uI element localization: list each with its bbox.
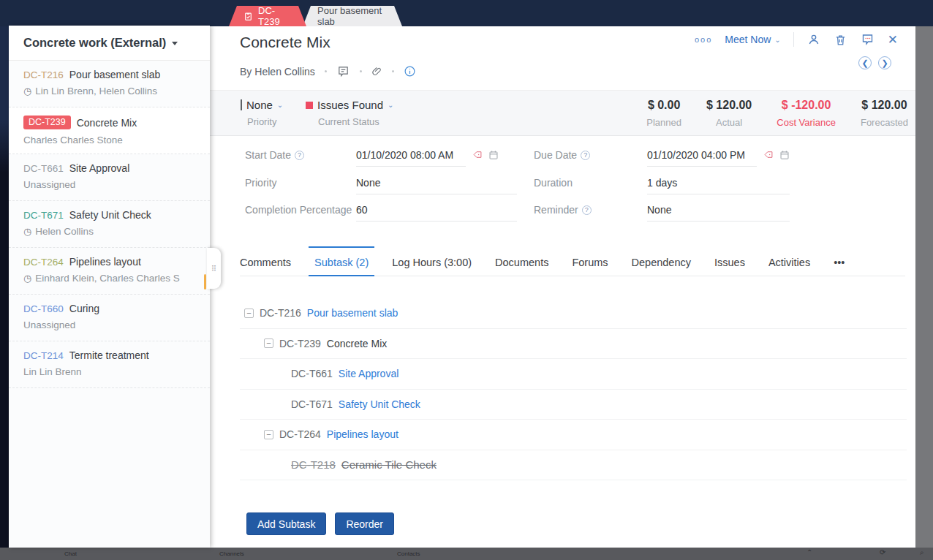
sidebar-task-dc-t216[interactable]: DC-T216 Pour basement slab ◷ Lin Lin Bre… bbox=[9, 61, 210, 107]
next-task-button[interactable]: ❯ bbox=[878, 56, 891, 69]
sidebar-task-dc-t264[interactable]: DC-T264 Pipelines layout ◷ Einhard Klein… bbox=[9, 248, 210, 295]
tab-issues[interactable]: Issues bbox=[703, 249, 757, 276]
tasklist-selector[interactable]: Concrete work (External) bbox=[9, 26, 210, 61]
chevron-right-icon: ❯ bbox=[881, 58, 888, 68]
collapse-icon[interactable]: − bbox=[244, 309, 254, 318]
meet-now-button[interactable]: Meet Now ⌄ bbox=[725, 34, 780, 45]
prev-task-button[interactable]: ❮ bbox=[858, 56, 872, 69]
parent-task-tab[interactable]: Pour basement slab bbox=[303, 6, 402, 26]
chevron-down-icon bbox=[172, 42, 178, 45]
clock-icon: ◷ bbox=[23, 273, 31, 284]
task-title: Site Approval bbox=[69, 162, 130, 174]
stat-value: $ 120.00 bbox=[706, 99, 752, 112]
field-label: Start Date bbox=[245, 149, 291, 161]
field-reminder: Reminder ? None bbox=[534, 198, 790, 226]
subtask-link[interactable]: Pour basement slab bbox=[307, 307, 398, 319]
sidebar-task-dc-t671[interactable]: DC-T671 Safety Unit Check ◷ Helen Collin… bbox=[9, 201, 210, 248]
tab-activities[interactable]: Activities bbox=[757, 249, 822, 276]
stat-label: Actual bbox=[716, 117, 742, 128]
task-assignees: Einhard Klein, Charles Charles S bbox=[35, 273, 179, 284]
info-icon[interactable] bbox=[404, 65, 416, 77]
subtask-row-dc-t239: − DC-T239 Concrete Mix bbox=[240, 329, 907, 360]
subtask-title: Concrete Mix bbox=[327, 338, 387, 349]
detail-tab-bar: Comments Subtask (2) Log Hours (3:00) Do… bbox=[240, 249, 905, 276]
subtask-link[interactable]: Site Approval bbox=[339, 368, 399, 379]
task-assignees: Helen Collins bbox=[35, 226, 94, 237]
tab-documents[interactable]: Documents bbox=[483, 249, 560, 276]
completion-percentage-value[interactable]: 60 bbox=[356, 204, 517, 222]
sidebar-task-dc-t661[interactable]: DC-T661 Site Approval Unassigned bbox=[9, 154, 210, 201]
calendar-icon[interactable] bbox=[488, 150, 499, 160]
status-dropdown[interactable]: Issues Found ⌄ Current Status bbox=[306, 99, 393, 127]
help-icon: ? bbox=[582, 205, 592, 215]
clipboard-icon bbox=[243, 12, 253, 21]
clear-date-icon[interactable] bbox=[472, 150, 483, 160]
parent-task-tab-label: Pour basement slab bbox=[317, 5, 388, 27]
calendar-icon[interactable] bbox=[779, 150, 790, 160]
panel-resize-handle[interactable]: ⠿ bbox=[207, 248, 221, 289]
author-name: Helen Collins bbox=[254, 66, 314, 77]
subtask-tree: − DC-T216 Pour basement slab − DC-T239 C… bbox=[240, 298, 907, 480]
subtask-id: DC-T218 bbox=[291, 458, 336, 471]
stat-label: Planned bbox=[646, 117, 681, 128]
reminder-value[interactable]: None bbox=[647, 204, 790, 222]
task-id-tab[interactable]: DC-T239 bbox=[229, 6, 306, 26]
subtask-id: DC-T216 bbox=[260, 307, 301, 319]
collapse-icon[interactable]: − bbox=[264, 430, 273, 439]
subtask-link[interactable]: Safety Unit Check bbox=[339, 398, 420, 410]
duration-value[interactable]: 1 days bbox=[647, 177, 790, 194]
attachment-icon[interactable] bbox=[371, 65, 382, 77]
dot-separator bbox=[392, 70, 394, 72]
status-strip: None ⌄ Priority Issues Found ⌄ Current S… bbox=[210, 90, 915, 136]
stat-value: $ 0.00 bbox=[648, 99, 680, 112]
priority-label: Priority bbox=[241, 116, 283, 127]
task-id: DC-T214 bbox=[23, 350, 64, 361]
priority-dropdown[interactable]: None ⌄ Priority bbox=[241, 99, 283, 127]
stat-planned: $ 0.00 Planned bbox=[646, 99, 681, 128]
add-subtask-button[interactable]: Add Subtask bbox=[246, 512, 326, 535]
dot-separator bbox=[360, 70, 362, 72]
start-date-value[interactable]: 01/10/2020 08:00 AM bbox=[356, 149, 466, 167]
task-title: Concrete Mix bbox=[77, 117, 137, 129]
comment-icon[interactable] bbox=[336, 65, 350, 77]
refresh-icon: ⟳ bbox=[880, 548, 885, 556]
dimmed-background-right bbox=[915, 26, 933, 548]
task-assignees: Charles Charles Stone bbox=[23, 135, 123, 145]
close-icon[interactable]: ✕ bbox=[888, 32, 898, 48]
subtask-title[interactable]: Ceramic Tile Check bbox=[341, 458, 437, 471]
field-due-date: Due Date ? 01/10/2020 04:00 PM bbox=[534, 143, 790, 171]
subtask-row-dc-t264: − DC-T264 Pipelines layout bbox=[240, 420, 907, 450]
more-options-icon[interactable]: ooo bbox=[695, 35, 712, 44]
tab-more-icon[interactable]: ••• bbox=[822, 249, 856, 276]
reorder-button[interactable]: Reorder bbox=[335, 512, 394, 535]
due-date-value[interactable]: 01/10/2020 04:00 PM bbox=[647, 149, 757, 167]
task-detail-panel: Concrete Mix ooo Meet Now ⌄ ✕ ByHelen Co… bbox=[210, 26, 915, 548]
chat-icon[interactable] bbox=[861, 32, 875, 47]
sidebar-task-dc-t239[interactable]: DC-T239 Concrete Mix Charles Charles Sto… bbox=[9, 107, 210, 154]
field-label: Duration bbox=[534, 177, 573, 189]
subtask-row-dc-t216: − DC-T216 Pour basement slab bbox=[240, 298, 907, 329]
stat-label: Forecasted bbox=[861, 117, 908, 128]
assignee-icon[interactable] bbox=[807, 32, 821, 47]
subtask-id: DC-T239 bbox=[279, 338, 321, 349]
tab-log-hours[interactable]: Log Hours (3:00) bbox=[380, 249, 483, 276]
collapse-icon[interactable]: − bbox=[264, 338, 273, 348]
sidebar-task-dc-t214[interactable]: DC-T214 Termite treatment Lin Lin Brenn bbox=[9, 341, 210, 388]
tab-subtask[interactable]: Subtask (2) bbox=[303, 249, 380, 276]
meet-now-label: Meet Now bbox=[725, 34, 771, 45]
subtask-row-dc-t661: DC-T661 Site Approval bbox=[240, 359, 907, 390]
tab-comments[interactable]: Comments bbox=[240, 249, 303, 276]
delete-icon[interactable] bbox=[834, 32, 848, 47]
taskbar-label-contacts: Contacts bbox=[397, 550, 420, 557]
dot-separator bbox=[325, 70, 327, 72]
sidebar-task-dc-t660[interactable]: DC-T660 Curing Unassigned bbox=[9, 295, 210, 341]
subtask-link[interactable]: Pipelines layout bbox=[327, 428, 398, 440]
tab-dependency[interactable]: Dependency bbox=[620, 249, 703, 276]
task-id: DC-T216 bbox=[23, 69, 64, 80]
task-title: Safety Unit Check bbox=[69, 209, 151, 221]
priority-field-value[interactable]: None bbox=[356, 177, 517, 194]
field-completion-percentage: Completion Percentage 60 bbox=[245, 198, 517, 226]
tab-forums[interactable]: Forums bbox=[560, 249, 619, 276]
clear-date-icon[interactable] bbox=[763, 150, 774, 160]
stat-label: Cost Variance bbox=[777, 117, 836, 128]
